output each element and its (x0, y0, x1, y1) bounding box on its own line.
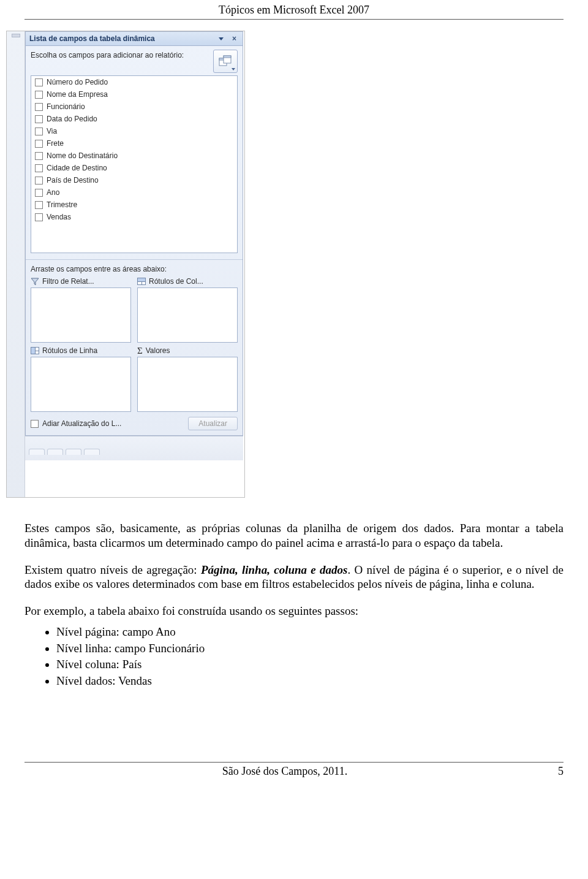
doc-header-title: Tópicos em Microsoft Excel 2007 (24, 0, 564, 19)
checkbox[interactable] (35, 201, 43, 209)
field-label: Via (47, 127, 57, 135)
checkbox[interactable] (35, 164, 43, 172)
sigma-icon: Σ (137, 346, 143, 355)
field-item[interactable]: Nome da Empresa (31, 88, 237, 101)
field-label: Data do Pedido (47, 115, 97, 123)
footer-rule (24, 762, 564, 763)
update-button[interactable]: Atualizar (188, 417, 238, 430)
worksheet-edge (7, 31, 25, 497)
drop-area-columns[interactable] (137, 287, 238, 343)
checkbox[interactable] (35, 177, 43, 185)
checkbox[interactable] (35, 115, 43, 123)
checkbox[interactable] (35, 189, 43, 197)
checkbox[interactable] (35, 140, 43, 148)
columns-icon (137, 278, 146, 285)
field-item[interactable]: Nome do Destinatário (31, 150, 237, 162)
drop-area-filter[interactable] (31, 287, 131, 343)
field-list-box[interactable]: Número do Pedido Nome da Empresa Funcion… (31, 75, 238, 253)
field-item[interactable]: Ano (31, 186, 237, 199)
field-label: Nome da Empresa (47, 90, 108, 99)
field-label: Trimestre (47, 200, 77, 209)
field-label: Cidade de Destino (47, 164, 107, 172)
drop-area-rows[interactable] (31, 357, 131, 412)
checkbox[interactable] (35, 152, 43, 160)
sheet-tabs-strip (25, 436, 243, 460)
list-item: Nível linha: campo Funcionário (56, 641, 564, 656)
close-icon[interactable]: × (230, 34, 239, 43)
list-item: Nível página: campo Ano (56, 625, 564, 639)
checkbox[interactable] (35, 103, 43, 111)
field-label: Funcionário (47, 102, 85, 111)
field-label: Número do Pedido (47, 78, 108, 86)
filter-icon (31, 277, 39, 286)
footer-page-number: 5 (545, 765, 564, 778)
area-rows-label: Rótulos de Linha (42, 346, 97, 355)
field-label: Vendas (47, 213, 71, 221)
field-item[interactable]: Data do Pedido (31, 113, 237, 125)
field-label: Ano (47, 188, 59, 197)
defer-layout-label: Adiar Atualização do L... (42, 419, 121, 428)
chevron-down-icon (232, 68, 235, 70)
rows-icon (31, 347, 39, 354)
checkbox[interactable] (35, 213, 43, 221)
field-item[interactable]: Trimestre (31, 199, 237, 211)
pivot-field-list-screenshot: Lista de campos da tabela dinâmica × Esc… (6, 31, 245, 498)
pane-menu-caret-icon[interactable] (219, 37, 224, 40)
pivot-field-list-pane: Lista de campos da tabela dinâmica × Esc… (25, 31, 243, 436)
layout-options-button[interactable] (213, 50, 238, 73)
area-values-label: Valores (146, 346, 170, 355)
field-label: Frete (47, 139, 64, 148)
choose-fields-label: Escolha os campos para adicionar ao rela… (31, 50, 208, 60)
header-rule (24, 19, 564, 20)
footer-text: São José dos Campos, 2011. (24, 765, 545, 778)
field-item[interactable]: Número do Pedido (31, 76, 237, 88)
pane-title-text: Lista de campos da tabela dinâmica (29, 34, 216, 43)
area-filter-label: Filtro de Relat... (42, 277, 94, 286)
field-label: País de Destino (47, 176, 99, 185)
field-item[interactable]: Frete (31, 137, 237, 150)
area-columns-label: Rótulos de Col... (149, 277, 203, 286)
bullet-list: Nível página: campo Ano Nível linha: cam… (56, 625, 564, 688)
checkbox[interactable] (35, 127, 43, 135)
checkbox[interactable] (35, 91, 43, 99)
field-item[interactable]: Via (31, 125, 237, 137)
defer-checkbox[interactable] (31, 420, 39, 428)
list-item: Nível dados: Vendas (56, 674, 564, 688)
drop-area-values[interactable] (137, 357, 238, 412)
field-item[interactable]: Funcionário (31, 101, 237, 113)
svg-rect-3 (224, 56, 231, 58)
field-item[interactable]: País de Destino (31, 174, 237, 186)
paragraph-2: Existem quatro níveis de agregação: Pági… (24, 563, 564, 592)
paragraph-1: Estes campos são, basicamente, as própri… (24, 521, 564, 550)
field-item[interactable]: Cidade de Destino (31, 162, 237, 174)
drag-areas-label: Arraste os campos entre as áreas abaixo: (31, 260, 238, 276)
list-item: Nível coluna: País (56, 657, 564, 672)
pane-titlebar[interactable]: Lista de campos da tabela dinâmica × (26, 32, 243, 46)
layout-icon (219, 55, 232, 67)
paragraph-3: Por exemplo, a tabela abaixo foi constru… (24, 604, 564, 618)
checkbox[interactable] (35, 78, 43, 86)
field-label: Nome do Destinatário (47, 151, 118, 160)
field-item[interactable]: Vendas (31, 211, 237, 223)
